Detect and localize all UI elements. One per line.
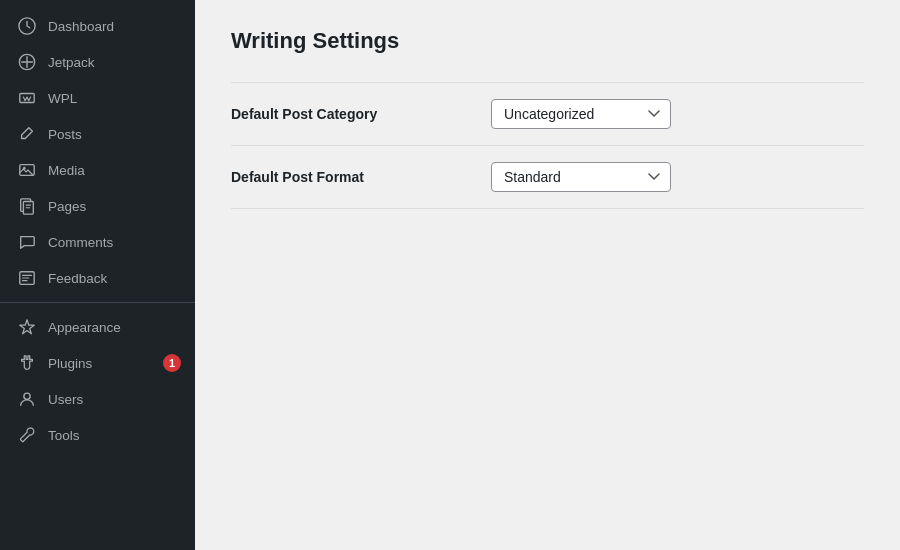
- setting-label-default-post-category: Default Post Category: [231, 106, 491, 122]
- sidebar-item-label: Media: [48, 163, 181, 178]
- sidebar-item-label: Comments: [48, 235, 181, 250]
- sidebar-item-jetpack[interactable]: Jetpack: [0, 44, 195, 80]
- sidebar-item-pages[interactable]: Pages: [0, 188, 195, 224]
- appearance-icon: [16, 318, 38, 336]
- sidebar-item-label: Users: [48, 392, 181, 407]
- sidebar-item-label: Pages: [48, 199, 181, 214]
- setting-label-default-post-format: Default Post Format: [231, 169, 491, 185]
- sidebar-item-posts[interactable]: Posts: [0, 116, 195, 152]
- sidebar-item-label: Tools: [48, 428, 181, 443]
- sidebar-item-users[interactable]: Users: [0, 381, 195, 417]
- setting-row-default-post-format: Default Post Format Standard Aside Audio…: [231, 146, 864, 209]
- pages-icon: [16, 197, 38, 215]
- svg-point-8: [24, 393, 30, 399]
- plugins-badge: 1: [163, 354, 181, 372]
- sidebar-item-label: Jetpack: [48, 55, 181, 70]
- sidebar-item-label: Posts: [48, 127, 181, 142]
- users-icon: [16, 390, 38, 408]
- sidebar-item-comments[interactable]: Comments: [0, 224, 195, 260]
- setting-control-default-post-format: Standard Aside Audio Chat Gallery Image …: [491, 162, 864, 192]
- settings-table: Default Post Category Uncategorized Defa…: [231, 82, 864, 209]
- dashboard-icon: [16, 17, 38, 35]
- page-title: Writing Settings: [231, 28, 864, 54]
- sidebar-item-media[interactable]: Media: [0, 152, 195, 188]
- sidebar-item-label: Appearance: [48, 320, 181, 335]
- default-post-category-select[interactable]: Uncategorized: [491, 99, 671, 129]
- sidebar-item-label: Dashboard: [48, 19, 181, 34]
- posts-icon: [16, 125, 38, 143]
- sidebar-item-label: Feedback: [48, 271, 181, 286]
- sidebar-item-dashboard[interactable]: Dashboard: [0, 8, 195, 44]
- comments-icon: [16, 233, 38, 251]
- sidebar-item-wpl[interactable]: WPL: [0, 80, 195, 116]
- feedback-icon: [16, 269, 38, 287]
- sidebar-item-tools[interactable]: Tools: [0, 417, 195, 453]
- sidebar-item-label: Plugins: [48, 356, 153, 371]
- media-icon: [16, 161, 38, 179]
- sidebar: Dashboard Jetpack WPL Posts Media Pages: [0, 0, 195, 550]
- sidebar-item-appearance[interactable]: Appearance: [0, 309, 195, 345]
- sidebar-item-label: WPL: [48, 91, 181, 106]
- default-post-format-select[interactable]: Standard Aside Audio Chat Gallery Image …: [491, 162, 671, 192]
- setting-control-default-post-category: Uncategorized: [491, 99, 864, 129]
- wpl-icon: [16, 89, 38, 107]
- plugins-icon: [16, 354, 38, 372]
- main-content: Writing Settings Default Post Category U…: [195, 0, 900, 550]
- tools-icon: [16, 426, 38, 444]
- sidebar-item-feedback[interactable]: Feedback: [0, 260, 195, 296]
- sidebar-item-plugins[interactable]: Plugins 1: [0, 345, 195, 381]
- setting-row-default-post-category: Default Post Category Uncategorized: [231, 82, 864, 146]
- jetpack-icon: [16, 53, 38, 71]
- sidebar-divider: [0, 302, 195, 303]
